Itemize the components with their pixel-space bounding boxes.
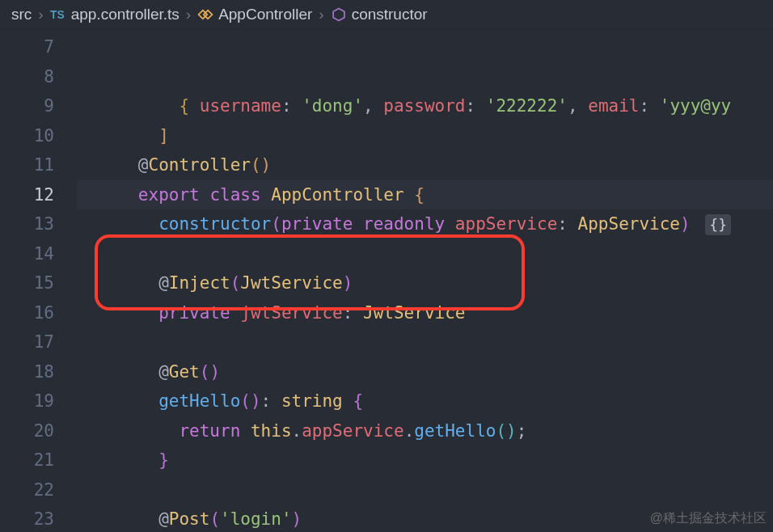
breadcrumb-file[interactable]: TS app.controller.ts bbox=[50, 6, 180, 23]
code-line: @Controller() bbox=[77, 121, 773, 151]
breadcrumb-src[interactable]: src bbox=[11, 6, 32, 23]
code-line: @Inject(JwtService) bbox=[77, 239, 773, 269]
line-number: 17 bbox=[0, 327, 54, 357]
line-number: 11 bbox=[0, 150, 54, 180]
line-number: 8 bbox=[0, 62, 54, 92]
chevron-right-icon: › bbox=[186, 6, 191, 23]
fold-badge[interactable]: {} bbox=[705, 214, 731, 235]
line-number: 15 bbox=[0, 268, 54, 298]
typescript-file-icon: TS bbox=[50, 6, 66, 23]
line-number: 19 bbox=[0, 386, 54, 416]
code-content[interactable]: { username: 'guang', password: '111111',… bbox=[77, 29, 773, 532]
breadcrumb-member-label: constructor bbox=[352, 6, 428, 23]
breadcrumb-member[interactable]: constructor bbox=[331, 6, 428, 23]
line-number: 12 bbox=[0, 180, 54, 210]
line-number: 9 bbox=[0, 91, 54, 121]
line-number: 14 bbox=[0, 239, 54, 269]
watermark: @稀土掘金技术社区 bbox=[650, 510, 767, 527]
breadcrumb-class[interactable]: AppController bbox=[197, 6, 312, 23]
line-number: 13 bbox=[0, 209, 54, 239]
line-number: 21 bbox=[0, 445, 54, 475]
line-number: 16 bbox=[0, 298, 54, 328]
code-line: { username: 'guang', password: '111111',… bbox=[77, 32, 773, 62]
line-number: 7 bbox=[0, 32, 54, 62]
chevron-right-icon: › bbox=[38, 6, 43, 23]
gutter: 7 8 9 10 11 12 13 14 15 16 17 18 19 20 2… bbox=[0, 29, 77, 532]
breadcrumb-file-label: app.controller.ts bbox=[71, 6, 180, 23]
method-icon bbox=[331, 6, 347, 23]
chevron-right-icon: › bbox=[319, 6, 323, 23]
code-line: { username: 'dong', password: '222222', … bbox=[77, 62, 773, 92]
line-number: 23 bbox=[0, 505, 54, 532]
code-line: @Get() bbox=[77, 327, 773, 357]
line-number: 18 bbox=[0, 357, 54, 387]
svg-text:TS: TS bbox=[50, 9, 65, 21]
line-number: 20 bbox=[0, 416, 54, 446]
line-number: 10 bbox=[0, 121, 54, 151]
line-number: 22 bbox=[0, 475, 54, 505]
code-line: @Post('login') bbox=[77, 475, 773, 505]
breadcrumb: src › TS app.controller.ts › AppControll… bbox=[0, 0, 773, 29]
code-editor[interactable]: 7 8 9 10 11 12 13 14 15 16 17 18 19 20 2… bbox=[0, 29, 773, 532]
breadcrumb-class-label: AppController bbox=[218, 6, 312, 23]
class-icon bbox=[197, 6, 213, 23]
code-line bbox=[77, 445, 773, 475]
